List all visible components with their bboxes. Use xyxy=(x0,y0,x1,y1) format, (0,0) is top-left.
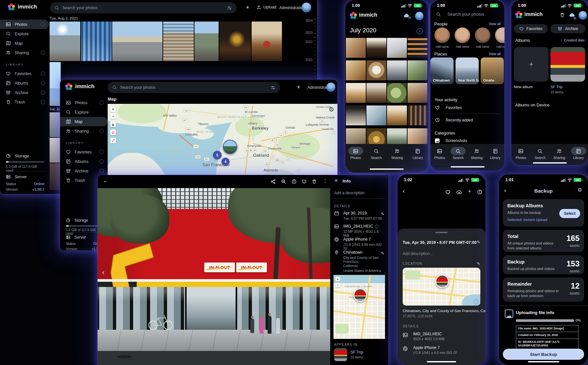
map-photo-marker[interactable] xyxy=(354,289,367,302)
album-link-card[interactable]: SF Trip 15 items xyxy=(334,348,384,361)
photo-thumbnail[interactable] xyxy=(219,22,251,61)
back-arrow-icon[interactable]: ← xyxy=(103,178,108,184)
person-item[interactable]: Add name xyxy=(475,27,490,48)
tab-photos[interactable]: Photos xyxy=(512,147,530,165)
photo-thumbnail[interactable] xyxy=(366,60,386,80)
photo-thumbnail[interactable] xyxy=(163,22,194,61)
map-photo-marker[interactable] xyxy=(223,140,237,154)
edit-location-pencil-icon[interactable]: ✎ xyxy=(381,251,384,256)
delete-icon[interactable] xyxy=(312,179,317,184)
immich-logo[interactable]: immich xyxy=(65,83,95,90)
scrubber-year[interactable]: 2024 xyxy=(305,19,313,23)
photo-thumbnail[interactable] xyxy=(50,138,61,163)
map-cluster-marker[interactable]: 5 xyxy=(213,151,222,159)
place-item[interactable]: Omaha xyxy=(481,57,504,84)
zoom-out-button[interactable]: − xyxy=(110,113,116,119)
photo-thumbnail[interactable] xyxy=(408,60,427,80)
more-menu-kebab-icon[interactable]: ⋮ xyxy=(323,178,328,184)
photo-thumbnail[interactable] xyxy=(366,38,386,58)
recently-added-row[interactable]: Recently added xyxy=(435,118,473,122)
map-photo-marker[interactable] xyxy=(436,275,449,288)
theme-sun-icon[interactable]: ☀ xyxy=(245,5,250,10)
map-settings-gear-icon[interactable]: ⚙ xyxy=(329,106,334,113)
locate-button[interactable]: ▲ xyxy=(110,121,116,127)
new-album-card[interactable]: + xyxy=(514,47,549,82)
info-icon[interactable] xyxy=(291,179,297,184)
back-chevron-icon[interactable]: ‹ xyxy=(403,187,405,195)
zoom-icon[interactable] xyxy=(281,179,286,184)
user-avatar[interactable] xyxy=(302,3,311,12)
photo-thumbnail[interactable] xyxy=(387,105,407,125)
start-backup-button[interactable]: Start Backup xyxy=(503,349,584,360)
description-input[interactable]: Add a description xyxy=(334,191,364,195)
photo-thumbnail[interactable] xyxy=(366,105,386,125)
places-view-all-link[interactable]: View all xyxy=(489,52,501,56)
previous-photo-chevron[interactable]: ‹ xyxy=(102,268,104,277)
edit-date-pencil-icon[interactable]: ✎ xyxy=(381,212,384,216)
filter-sliders-icon[interactable] xyxy=(227,6,232,10)
person-item[interactable]: Add name xyxy=(455,27,470,48)
theme-sun-icon[interactable]: ☀ xyxy=(296,84,301,90)
sheet-drag-handle[interactable] xyxy=(435,232,448,233)
photo-thumbnail[interactable] xyxy=(50,62,61,106)
sidebar-item-map[interactable]: Map xyxy=(60,117,108,126)
sidebar-item-trash[interactable]: Trash xyxy=(0,97,49,107)
place-item[interactable]: Chinatown xyxy=(430,57,454,84)
add-to-album-plus-icon[interactable]: + xyxy=(468,188,471,195)
photo-thumbnail[interactable] xyxy=(346,38,366,58)
home-indicator[interactable] xyxy=(427,361,456,362)
photo-thumbnail[interactable] xyxy=(50,163,61,190)
scrubber-year[interactable]: 2023 xyxy=(305,31,313,35)
photo-thumbnail[interactable] xyxy=(387,38,407,58)
sidebar-item-albums[interactable]: Albums xyxy=(0,78,49,88)
favorites-button[interactable]: Favorites xyxy=(514,24,548,33)
photo-thumbnail[interactable] xyxy=(387,83,407,103)
favorite-heart-icon[interactable] xyxy=(302,179,307,184)
photo-thumbnail[interactable] xyxy=(408,105,427,125)
sidebar-item-photos[interactable]: Photos xyxy=(60,98,108,107)
home-indicator[interactable] xyxy=(528,361,559,362)
close-icon[interactable]: ✕ xyxy=(334,178,338,183)
filter-sliders-icon[interactable] xyxy=(271,85,275,90)
sidebar-item-photos[interactable]: Photos xyxy=(0,20,49,29)
home-indicator[interactable] xyxy=(533,162,567,164)
map-cluster-marker[interactable]: 4 xyxy=(222,158,229,166)
photo-thumbnail[interactable] xyxy=(81,22,112,61)
sidebar-item-favorites[interactable]: Favorites xyxy=(60,147,108,157)
photo-viewer[interactable]: IN-N-OUT IN-N-OUT ‹ xyxy=(98,188,330,365)
sidebar-item-sharing[interactable]: Sharing xyxy=(0,48,49,57)
tab-photos[interactable]: Photos xyxy=(430,147,449,171)
sidebar-item-favorites[interactable]: Favorites xyxy=(0,69,49,78)
location-map[interactable]: FISHERMAN'S WHARF Beach Street + − xyxy=(333,275,385,339)
photo-thumbnail[interactable] xyxy=(408,83,427,103)
photo-thumbnail[interactable] xyxy=(252,22,282,61)
sidebar-item-explore[interactable]: Explore xyxy=(60,107,108,117)
user-avatar[interactable] xyxy=(326,83,335,92)
map-attribution-info-icon[interactable]: i xyxy=(473,299,478,304)
upload-cloud-icon[interactable] xyxy=(456,189,462,195)
photo-thumbnail[interactable] xyxy=(346,83,366,103)
backup-cloud-icon[interactable]: ✕ xyxy=(403,13,410,18)
hide-markers-button[interactable]: ⊘ xyxy=(110,130,116,135)
photo-thumbnail[interactable] xyxy=(387,60,407,80)
home-indicator[interactable] xyxy=(451,166,485,167)
album-card[interactable] xyxy=(550,47,585,82)
photo-thumbnail[interactable] xyxy=(50,22,80,61)
search-input[interactable]: Search your photos xyxy=(108,82,280,93)
home-indicator[interactable] xyxy=(370,168,404,170)
photo-thumbnail[interactable] xyxy=(112,22,162,61)
immich-logo[interactable]: immich xyxy=(8,3,37,10)
favorites-row[interactable]: Favorites xyxy=(435,105,462,110)
sort-created-date[interactable]: ↑Created date xyxy=(561,38,585,42)
people-view-all-link[interactable]: View all xyxy=(489,22,501,26)
fullscreen-button[interactable]: ⤢ xyxy=(110,138,116,143)
archive-button[interactable]: Archive xyxy=(550,24,585,33)
photo-thumbnail[interactable] xyxy=(408,38,427,58)
settings-gear-icon[interactable]: ⚙ xyxy=(578,187,582,193)
sidebar-item-archive[interactable]: Archive xyxy=(0,88,49,97)
scrubber-year[interactable]: 2022 xyxy=(305,40,313,44)
upload-button[interactable]: Upload xyxy=(256,5,276,9)
user-avatar[interactable] xyxy=(579,11,587,20)
favorite-heart-icon[interactable] xyxy=(445,189,451,195)
backup-cloud-icon[interactable]: ✕ xyxy=(569,12,575,19)
